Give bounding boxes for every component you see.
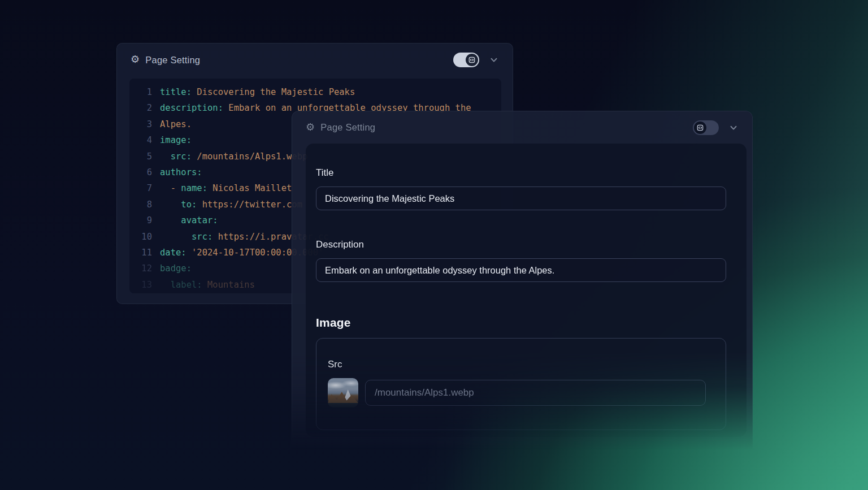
code-text: Alpes. [160,116,192,132]
thumbnail-sky-clouds [328,379,358,389]
gear-icon: ⚙ [306,122,315,132]
toggle-knob [694,122,706,134]
code-text: authors: [160,164,202,180]
title-field-label: Title [316,167,726,179]
line-number: 12 [137,261,152,276]
form-panel-title-group: ⚙ Page Setting [306,122,693,133]
title-input[interactable] [316,187,726,210]
code-text: title: Discovering the Majestic Peaks [160,84,355,100]
code-text: to: https://twitter.com [160,197,302,213]
code-text: src: /mountains/Alps1.webp [160,149,307,164]
image-thumbnail-preview[interactable] [328,378,358,407]
line-number: 10 [137,229,152,245]
code-view-toggle[interactable] [453,53,479,67]
image-src-input[interactable] [365,380,706,406]
chevron-down-icon[interactable] [489,55,499,65]
line-number: 3 [137,116,152,132]
code-line: 1title: Discovering the Majestic Peaks [137,84,493,100]
line-number: 7 [137,180,152,196]
description-input[interactable] [316,258,726,282]
toggle-knob [466,54,478,66]
line-number: 6 [137,164,152,180]
line-number: 8 [137,197,152,213]
code-text: label: Mountains [160,277,255,293]
image-section-heading: Image [316,316,726,329]
code-panel-title-group: ⚙ Page Setting [131,55,453,66]
line-number: 9 [137,213,152,228]
line-number: 4 [137,132,152,148]
chevron-down-icon[interactable] [728,123,739,133]
code-view-toggle[interactable] [693,120,719,135]
page-settings-form: Title Description Image Src [306,144,747,437]
app-background: ⚙ Page Setting 1title: Discovering th [0,0,868,490]
code-text: badge: [160,261,192,276]
line-number: 1 [137,84,152,100]
code-text: avatar: [160,213,218,228]
thumbnail-mountain-ridge [328,391,358,403]
src-field-label: Src [328,359,706,370]
code-text: image: [160,132,192,148]
line-number: 13 [137,277,152,293]
panel-title: Page Setting [145,55,200,66]
form-panel-header: ⚙ Page Setting [292,111,752,144]
code-block-icon [468,56,476,64]
panel-title: Page Setting [320,122,375,133]
line-number: 11 [137,245,152,261]
code-block-icon [696,124,704,132]
image-settings-card: Src [316,338,726,430]
code-text: - name: Nicolas Maillet [160,180,292,196]
code-panel-header: ⚙ Page Setting [117,44,513,76]
gear-icon: ⚙ [131,54,140,64]
line-number: 5 [137,149,152,164]
form-panel: ⚙ Page Setting Title [292,111,753,457]
description-field-label: Description [316,239,726,250]
line-number: 2 [137,100,152,116]
